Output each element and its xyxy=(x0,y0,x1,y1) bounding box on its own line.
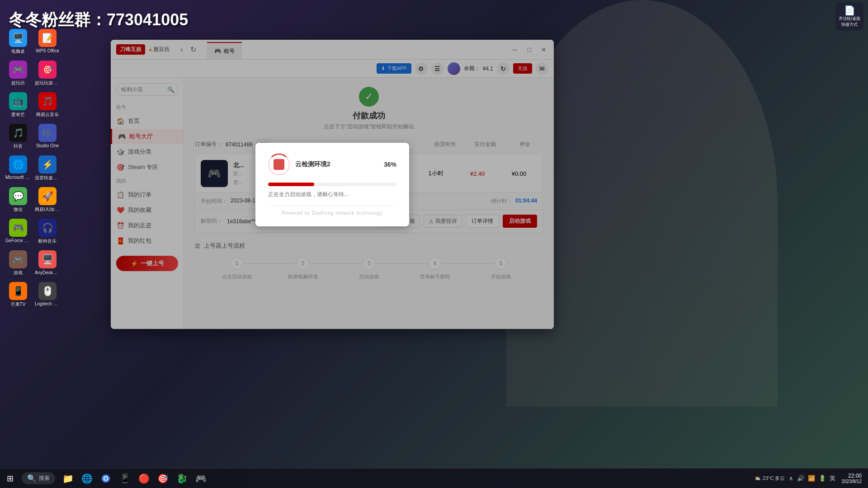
taskbar-app-app1[interactable]: 🔴 xyxy=(135,469,153,488)
loading-header: 云检测环境2 36% xyxy=(268,154,396,175)
clock-time: 22:00 xyxy=(842,473,862,479)
windows-icon: ⊞ xyxy=(7,474,14,483)
taskbar-app-fileexplorer[interactable]: 📁 xyxy=(59,469,77,488)
loading-footer: Powered by DaoFeng network technology xyxy=(268,206,396,216)
tray-language[interactable]: 英 xyxy=(829,474,836,483)
taskbar-app-app2[interactable]: 🎯 xyxy=(154,469,172,488)
loading-title: 云检测环境2 xyxy=(295,160,330,169)
taskbar-app-edge[interactable]: 🌐 xyxy=(78,469,96,488)
desktop-icons-area: 🖥️ 电脑桌 📝 WPS Office 🎮 超玩坊 🎯 超玩玩游戏网 📺 爱奇艺… xyxy=(5,27,61,310)
desktop-icon-netease-music[interactable]: 🎵 网易云音乐 xyxy=(34,90,61,120)
spinner-inner xyxy=(274,159,284,170)
weather-info: ⛅ 23°C 多云 xyxy=(755,475,785,482)
weather-icon: ⛅ xyxy=(755,475,761,481)
desktop-icon-uu[interactable]: 🚀 网易UU加速器 xyxy=(34,185,61,215)
taskbar: ⊞ 🔍 搜索 📁 🌐 📱 🔴 🎯 🐉 🎮 ⛅ 23°C 多云 ∧ xyxy=(0,468,868,488)
weather-text: 23°C 多云 xyxy=(763,475,785,482)
loading-status: 正在全力启动游戏，请耐心等待... xyxy=(268,191,396,198)
tray-battery[interactable]: 🔋 xyxy=(818,474,827,483)
taskbar-search-text: 搜索 xyxy=(39,474,50,482)
modal-overlay[interactable]: 云检测环境2 36% 正在全力启动游戏，请耐心等待... Powered by … xyxy=(111,40,554,329)
progress-bar-fill xyxy=(268,183,314,186)
top-right-icon-label: 齐洁桂/桌面快捷方式 xyxy=(838,16,861,28)
tray-chevron[interactable]: ∧ xyxy=(788,474,794,483)
app-window: 刀锋互娱 ● 惠豆坊 ‹ ↻ 🎮 租号 ─ □ ✕ xyxy=(111,40,554,329)
taskbar-search[interactable]: 🔍 搜索 xyxy=(22,472,55,484)
taskbar-app-chrome[interactable] xyxy=(97,469,115,488)
loading-modal: 云检测环境2 36% 正在全力启动游戏，请耐心等待... Powered by … xyxy=(255,143,409,226)
taskbar-right: ⛅ 23°C 多云 ∧ 🔊 📶 🔋 英 22:00 2023/8/12 xyxy=(755,472,868,485)
clock-date: 2023/8/12 xyxy=(842,479,862,484)
search-icon: 🔍 xyxy=(27,474,36,483)
desktop-icon-edge[interactable]: 🌐 Microsoft Edge xyxy=(5,154,32,183)
start-button[interactable]: ⊞ xyxy=(0,469,20,488)
desktop-icon-kugou[interactable]: 🎧 酷狗音乐 xyxy=(34,217,61,246)
desktop-icon-geforce[interactable]: 🎮 GeForce Experience xyxy=(5,217,32,246)
taskbar-app-app4[interactable]: 🎮 xyxy=(192,469,210,488)
desktop-icon-iqiyi[interactable]: 📺 爱奇艺 xyxy=(5,90,32,120)
taskbar-app-app3[interactable]: 🐉 xyxy=(173,469,191,488)
desktop-icon-logitech[interactable]: 🖱️ Logitech G Hub xyxy=(34,280,61,310)
system-tray: ∧ 🔊 📶 🔋 英 xyxy=(788,474,836,483)
svg-point-2 xyxy=(104,477,107,480)
desktop-icon-mangguo[interactable]: 📱 芒果TV xyxy=(5,280,32,310)
top-right-icons[interactable]: 📄 齐洁桂/桌面快捷方式 xyxy=(835,2,863,30)
desktop: 冬冬粉丝群：773041005 📄 齐洁桂/桌面快捷方式 🖥️ 电脑桌 📝 WP… xyxy=(0,0,868,488)
tray-network[interactable]: 📶 xyxy=(807,474,816,483)
loading-spinner xyxy=(268,154,290,175)
tray-speaker[interactable]: 🔊 xyxy=(796,474,805,483)
desktop-icon-wps[interactable]: 📝 WPS Office xyxy=(34,27,61,56)
taskbar-apps: 📁 🌐 📱 🔴 🎯 🐉 🎮 xyxy=(59,469,210,488)
desktop-icon-douyin[interactable]: 🎵 抖音 xyxy=(5,122,32,151)
taskbar-app-phone[interactable]: 📱 xyxy=(116,469,134,488)
desktop-icon-anydesk[interactable]: 🖥️ AnyDesk远程控制 xyxy=(34,249,61,278)
desktop-icon-games[interactable]: 🎮 游戏 xyxy=(5,249,32,278)
desktop-icon-wechat[interactable]: 💬 微信 xyxy=(5,185,32,215)
desktop-icon-dianzhuozi[interactable]: 🖥️ 电脑桌 xyxy=(5,27,32,56)
loading-percent: 36% xyxy=(384,161,396,168)
desktop-icon-studioone[interactable]: 🎼 Studio One xyxy=(34,122,61,151)
progress-bar-container xyxy=(268,183,396,186)
desktop-icon-chaowanfang[interactable]: 🎮 超玩坊 xyxy=(5,59,32,88)
desktop-icon-xunlei[interactable]: ⚡ 迅雷快速方式 xyxy=(34,154,61,183)
desktop-icon-chaowanwan[interactable]: 🎯 超玩玩游戏网 xyxy=(34,59,61,88)
clock[interactable]: 22:00 2023/8/12 xyxy=(839,472,865,485)
